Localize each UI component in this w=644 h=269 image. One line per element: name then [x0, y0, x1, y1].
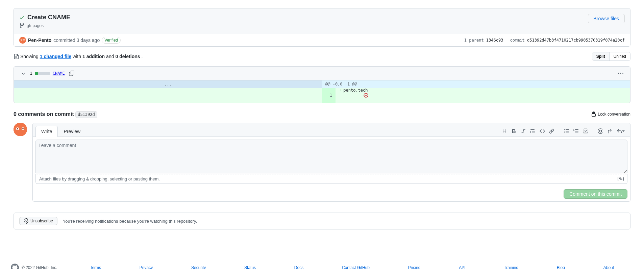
file-change-count: 1	[30, 71, 32, 76]
comments-heading: 0 comments on commit d51392d	[14, 111, 97, 117]
parent-info: 1 parent 1346c93	[464, 38, 503, 43]
bell-slash-icon	[24, 218, 29, 224]
svg-point-11	[22, 128, 24, 129]
no-newline-icon	[363, 93, 369, 98]
page-footer: © 2022 GitHub, Inc. Terms Privacy Securi…	[0, 250, 644, 269]
subscribe-box: Unsubscribe You're receiving notificatio…	[14, 213, 630, 229]
copy-icon	[69, 71, 74, 76]
mention-icon	[598, 128, 603, 134]
footer-link[interactable]: Pricing	[408, 265, 421, 269]
footer-link[interactable]: Docs	[294, 265, 303, 269]
footer-link[interactable]: API	[459, 265, 465, 269]
tasklist-icon	[583, 128, 588, 134]
quote-button[interactable]	[529, 127, 537, 135]
current-user-avatar[interactable]	[14, 123, 27, 136]
footer-link[interactable]: Terms	[90, 265, 101, 269]
changed-files-link[interactable]: 1 changed file	[40, 54, 71, 59]
markdown-badge[interactable]: M↓	[618, 177, 624, 181]
submit-comment-button[interactable]: Comment on this commit	[564, 189, 627, 199]
unified-view-button[interactable]: Unified	[610, 52, 630, 60]
mention-button[interactable]	[596, 127, 604, 135]
quote-icon	[530, 128, 536, 134]
bold-button[interactable]	[510, 127, 518, 135]
preview-tab[interactable]: Preview	[58, 126, 86, 137]
subscribe-text: You're receiving notifications because y…	[63, 219, 197, 224]
check-icon	[19, 15, 25, 20]
commit-hash-info: commit d51392d47b3f4710217cb9905370319f0…	[510, 38, 625, 43]
commit-short-hash: d51392d	[75, 111, 97, 118]
comment-form: Write Preview	[32, 123, 630, 202]
footer-links: Terms Privacy Security Status Docs Conta…	[71, 265, 633, 269]
link-icon	[549, 128, 554, 134]
footer-link[interactable]: Status	[244, 265, 256, 269]
heading-button[interactable]	[500, 127, 509, 135]
split-view-button[interactable]: Split	[592, 52, 610, 60]
footer-link[interactable]: Privacy	[140, 265, 153, 269]
heading-icon	[502, 128, 507, 134]
svg-point-10	[17, 128, 18, 129]
copy-path-button[interactable]	[68, 69, 76, 77]
reply-icon	[617, 128, 622, 134]
author-link[interactable]: Pen-Pento	[28, 38, 51, 43]
footer-link[interactable]: About	[603, 265, 614, 269]
footer-link[interactable]: Blog	[557, 265, 565, 269]
reply-button[interactable]	[615, 127, 626, 135]
ordered-list-button[interactable]	[572, 127, 580, 135]
line-content: pento.tech	[343, 88, 368, 93]
reference-button[interactable]	[606, 127, 614, 135]
task-list-button[interactable]	[581, 127, 590, 135]
file-diff-box: 1 CNAME ... @@ -0,0 +1 @@ 1 +pen	[14, 66, 630, 103]
lock-icon	[591, 112, 596, 117]
branch-icon	[19, 23, 25, 28]
file-diff-icon	[14, 54, 19, 59]
diff-summary: Showing 1 changed file with 1 addition a…	[14, 54, 143, 59]
attach-hint-text[interactable]: Attach files by dragging & dropping, sel…	[39, 176, 160, 181]
unsubscribe-button[interactable]: Unsubscribe	[19, 217, 57, 225]
italic-icon	[521, 128, 526, 134]
code-button[interactable]	[538, 127, 546, 135]
italic-button[interactable]	[519, 127, 527, 135]
write-tab[interactable]: Write	[35, 126, 58, 137]
github-logo-icon[interactable]	[11, 264, 19, 269]
unordered-list-button[interactable]	[563, 127, 571, 135]
footer-link[interactable]: Training	[504, 265, 518, 269]
svg-point-4	[24, 40, 24, 40]
kebab-icon	[618, 71, 623, 76]
hunk-header-row: ... @@ -0,0 +1 @@	[14, 80, 630, 88]
expand-hunk-button[interactable]: ...	[14, 80, 322, 88]
cross-reference-icon	[607, 128, 613, 134]
diff-line-row: 1 +pento.tech	[14, 88, 630, 103]
comment-textarea[interactable]	[35, 140, 627, 173]
commit-time: committed 3 days ago	[53, 38, 100, 43]
list-unordered-icon	[564, 128, 569, 134]
line-number[interactable]: 1	[322, 88, 336, 103]
footer-link[interactable]: Security	[191, 265, 206, 269]
chevron-down-icon	[21, 71, 26, 76]
branch-link[interactable]: gh-pages	[27, 23, 44, 28]
file-menu-button[interactable]	[617, 69, 625, 77]
copyright-text: © 2022 GitHub, Inc.	[22, 265, 57, 269]
lock-conversation-button[interactable]: Lock conversation	[591, 112, 630, 117]
author-avatar[interactable]	[19, 37, 26, 44]
svg-point-3	[21, 40, 22, 40]
diff-view-toggle: Split Unified	[592, 52, 630, 61]
commit-header-box: Create CNAME gh-pages Browse files Pen-P…	[14, 8, 630, 47]
bold-icon	[511, 128, 517, 134]
link-button[interactable]	[548, 127, 556, 135]
browse-files-button[interactable]: Browse files	[588, 14, 625, 23]
footer-link[interactable]: Contact GitHub	[342, 265, 370, 269]
code-icon	[540, 128, 545, 134]
parent-hash-link[interactable]: 1346c93	[486, 38, 503, 43]
diffstat-blocks	[35, 72, 50, 75]
verified-badge[interactable]: Verified	[102, 37, 121, 44]
collapse-file-button[interactable]	[19, 69, 27, 77]
commit-title: Create CNAME	[27, 14, 70, 21]
file-name-link[interactable]: CNAME	[53, 71, 65, 76]
list-ordered-icon	[573, 128, 579, 134]
svg-rect-7	[14, 123, 27, 136]
svg-point-0	[19, 37, 26, 44]
